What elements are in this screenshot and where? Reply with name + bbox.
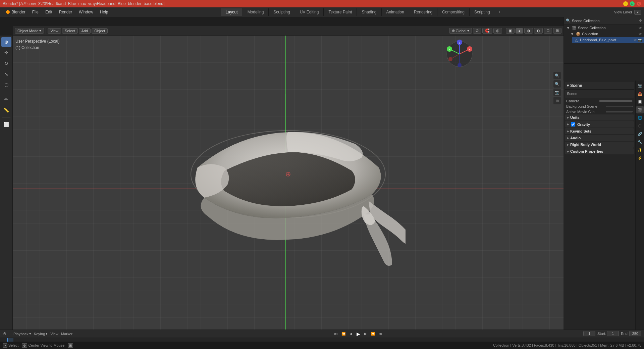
active-clip-value[interactable] (606, 111, 633, 112)
camera-view-btn[interactable]: 📷 (553, 89, 561, 96)
outliner-headband-pivot[interactable]: △ Headband_Blue_pivot 👁 📷 (572, 37, 644, 43)
timeline-type-btn[interactable]: ⏱ (3, 332, 6, 336)
outliner-scene-collection[interactable]: ▾ 🎬 Scene Collection 👁 (564, 25, 644, 31)
next-keyframe-btn[interactable]: ⏩ (370, 331, 376, 337)
annotate-tool[interactable]: ✏ (1, 94, 11, 104)
bg-scene-value[interactable] (606, 106, 633, 107)
wireframe-btn[interactable]: ▣ (506, 28, 515, 34)
move-tool[interactable]: ✛ (1, 48, 11, 58)
start-frame-input[interactable] (607, 331, 619, 336)
visibility-icon[interactable]: 👁 (634, 38, 637, 42)
keying-menu[interactable]: Keying ▾ (34, 332, 48, 336)
current-frame-input[interactable] (583, 331, 595, 336)
active-movie-clip-row: Active Movie Clip (565, 109, 634, 114)
object-menu[interactable]: Object (92, 28, 108, 34)
rotate-tool[interactable]: ↻ (1, 58, 11, 68)
add-menu[interactable]: Add (79, 28, 91, 34)
audio-header[interactable]: ▶ Audio (565, 135, 634, 141)
transform-tool[interactable]: ⬡ (1, 80, 11, 90)
tab-compositing[interactable]: Compositing (437, 8, 470, 16)
scene-props-btn[interactable]: 🎬 (636, 106, 644, 113)
zoom-in-btn[interactable]: 🔍 (553, 72, 561, 79)
object-mode-dropdown[interactable]: Object Mode ▾ (15, 28, 44, 34)
tab-animation[interactable]: Animation (382, 8, 409, 16)
svg-point-18 (458, 63, 462, 67)
constraint-props-btn[interactable]: 🔗 (636, 130, 644, 138)
tab-layout[interactable]: Layout (221, 8, 243, 16)
scene-section-label: ▾ Scene (565, 82, 634, 90)
gravity-header[interactable]: ▶ Gravity (565, 121, 634, 128)
tab-uv-editing[interactable]: UV Editing (295, 8, 324, 16)
object-props-btn[interactable]: ⬡ (636, 122, 644, 130)
next-frame-btn[interactable]: ▶ (363, 331, 369, 337)
view-layer-props-btn[interactable]: 🔲 (636, 98, 644, 105)
view-layer-btn[interactable]: ▾ (634, 10, 641, 15)
custom-properties-header[interactable]: ▶ Custom Properties (565, 148, 634, 154)
playback-menu[interactable]: Playback ▾ (13, 332, 31, 336)
end-frame-input[interactable] (629, 331, 641, 336)
add-cube-tool[interactable]: ⬜ (1, 119, 11, 130)
jump-start-btn[interactable]: ⏮ (333, 331, 339, 337)
menu-render[interactable]: Render (56, 9, 75, 15)
minimize-button[interactable]: − (623, 1, 628, 6)
units-header[interactable]: ▶ Units (565, 114, 634, 120)
tab-modeling[interactable]: Modeling (243, 8, 269, 16)
tab-scripting[interactable]: Scripting (470, 8, 495, 16)
maximize-button[interactable]: □ (630, 1, 635, 6)
view-selected-btn[interactable]: ⊞ (553, 97, 561, 104)
select-menu[interactable]: Select (62, 28, 78, 34)
prev-keyframe-btn[interactable]: ⏪ (340, 331, 346, 337)
world-props-btn[interactable]: 🌐 (636, 114, 644, 121)
play-btn[interactable]: ▶ (355, 331, 361, 337)
audio-label: Audio (570, 136, 581, 140)
properties-content: ▾ Scene Scene Camera Background Scene Ac… (564, 81, 635, 349)
tab-rendering[interactable]: Rendering (409, 8, 437, 16)
bg-scene-row: Background Scene (565, 104, 634, 109)
particles-props-btn[interactable]: ✨ (636, 146, 644, 154)
tab-texture-paint[interactable]: Texture Paint (324, 8, 357, 16)
render-visibility-icon[interactable]: 📷 (638, 38, 642, 42)
prev-frame-btn[interactable]: ◀ (348, 331, 354, 337)
units-label: Units (570, 115, 580, 119)
xray-btn[interactable]: ⊞ (553, 28, 561, 34)
jump-end-btn[interactable]: ⏭ (377, 331, 383, 337)
rigid-body-world-header[interactable]: ▶ Rigid Body World (565, 142, 634, 148)
output-props-btn[interactable]: 📤 (636, 90, 644, 97)
proportional-edit-btn[interactable]: ◎ (493, 28, 502, 34)
modifier-props-btn[interactable]: 🔧 (636, 138, 644, 146)
global-transform-btn[interactable]: ⊕ Global ▾ (449, 28, 472, 34)
menu-blender[interactable]: 🔶 Blender (3, 9, 28, 15)
gravity-checkbox[interactable] (571, 122, 575, 127)
render-btn[interactable]: ◐ (534, 28, 543, 34)
zoom-out-btn[interactable]: 🔍 (553, 80, 561, 88)
measure-tool[interactable]: 📏 (1, 105, 11, 115)
menu-edit[interactable]: Edit (43, 9, 55, 15)
tool-panel: ⊕ ✛ ↻ ⤡ ⬡ ✏ 📏 ⬜ (0, 36, 13, 330)
menu-file[interactable]: File (30, 9, 41, 15)
3d-viewport[interactable]: User Perspective (Local) (1) Collection … (13, 36, 564, 330)
outliner-collection[interactable]: ▾ 📦 Collection 👁 (568, 31, 644, 37)
camera-value[interactable] (599, 100, 633, 102)
snap-btn[interactable]: 🧲 (482, 28, 492, 34)
overlay-btn[interactable]: ⊡ (544, 28, 552, 34)
material-btn[interactable]: ◑ (524, 28, 533, 34)
solid-btn[interactable]: ● (516, 28, 523, 34)
tab-shading[interactable]: Shading (357, 8, 381, 16)
tab-add-button[interactable]: + (495, 8, 504, 16)
menu-window[interactable]: Window (76, 9, 96, 15)
scale-tool[interactable]: ⤡ (1, 69, 11, 79)
pivot-point-btn[interactable]: ⊙ (473, 28, 481, 34)
marker-menu[interactable]: Marker (61, 332, 72, 336)
tab-sculpting[interactable]: Sculpting (269, 8, 295, 16)
physics-props-btn[interactable]: ⚡ (636, 154, 644, 162)
titlebar: Blender* [A:\!!conv_3\23\Headband_Blue_m… (0, 0, 644, 7)
navigation-gizmo[interactable]: X Y Z (444, 39, 475, 69)
keying-sets-header[interactable]: ▶ Keying Sets (565, 128, 634, 134)
view-menu[interactable]: View (48, 28, 61, 34)
render-props-btn[interactable]: 📷 (636, 82, 644, 89)
close-button[interactable]: ✕ (637, 1, 641, 6)
outliner-filter-btn[interactable]: ⚙ (639, 19, 642, 22)
view-menu-tl[interactable]: View (50, 332, 58, 336)
menu-help[interactable]: Help (97, 9, 111, 15)
cursor-tool[interactable]: ⊕ (1, 37, 11, 47)
